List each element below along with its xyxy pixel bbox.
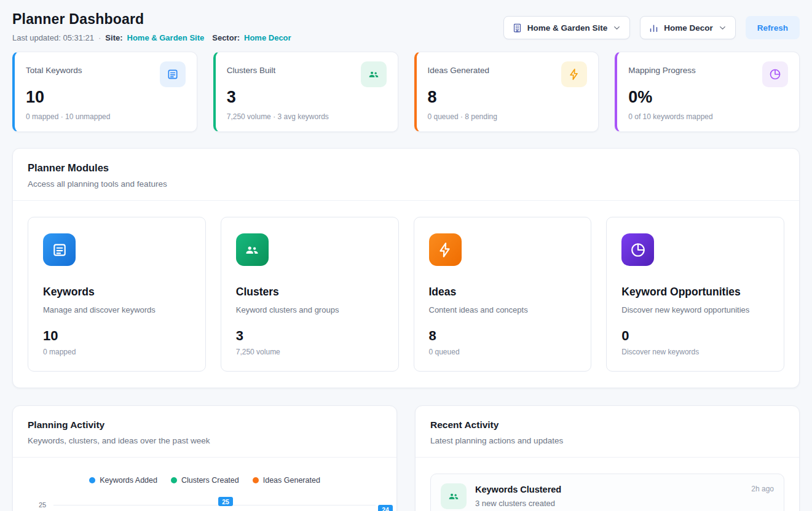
module-title: Keyword Opportunities [621,286,769,298]
bottom-row: Planning Activity Keywords, clusters, an… [12,405,800,511]
modules-subtitle: Access all planning tools and features [28,179,784,189]
orange-dot-icon [253,477,259,483]
legend-label: Ideas Generated [263,476,320,485]
legend-item-clusters-created[interactable]: Clusters Created [171,476,239,485]
legend-item-keywords-added[interactable]: Keywords Added [89,476,157,485]
meta-separator: · [98,33,101,42]
site-link[interactable]: Home & Garden Site [127,33,205,42]
activity-text: Keywords Clustered 3 new clusters create… [475,483,561,508]
module-title: Keywords [43,286,191,298]
module-description: Keyword clusters and groups [236,305,384,314]
topbar-controls: Home & Garden Site Home Decor Refresh [503,16,800,39]
planner-dashboard-page: Planner Dashboard Last updated: 05:31:21… [0,0,812,511]
module-sub: 7,250 volume [236,348,384,356]
chart-legend: Keywords Added Clusters Created Ideas Ge… [25,476,384,485]
bar-chart-icon [648,23,659,33]
people-icon [236,233,269,266]
stat-sub: 0 of 10 keywords mapped [628,112,788,121]
module-title: Clusters [236,286,384,298]
stat-label: Ideas Generated [428,61,490,75]
data-point-label: 25 [218,497,233,506]
pie-chart-icon [621,233,654,266]
page-meta: Last updated: 05:31:21 · Site: Home & Ga… [12,33,291,42]
modules-title: Planner Modules [28,162,784,174]
site-label: Site: [105,33,122,42]
legend-item-ideas-generated[interactable]: Ideas Generated [253,476,320,485]
topbar: Planner Dashboard Last updated: 05:31:21… [12,11,800,42]
building-icon [512,23,522,33]
people-icon [441,483,467,509]
module-card-clusters[interactable]: Clusters Keyword clusters and groups 3 7… [221,217,399,372]
document-icon [43,233,76,266]
y-axis-tick: 25 [39,501,46,509]
lightning-icon [429,233,462,266]
chart-plot-area: 25 25 24 [25,492,384,511]
stat-card-total-keywords: Total Keywords 10 0 mapped · 10 unmapped [12,52,197,132]
last-updated-text: Last updated: 05:31:21 [12,33,94,42]
page-title: Planner Dashboard [12,11,291,28]
module-sub: 0 mapped [43,348,191,356]
site-selector-value: Home & Garden Site [527,23,608,33]
module-value: 10 [43,328,191,344]
stat-label: Mapping Progress [628,61,696,75]
pie-chart-icon [762,61,788,87]
activity-item-keywords-clustered: Keywords Clustered 3 new clusters create… [430,474,784,511]
site-selector-dropdown[interactable]: Home & Garden Site [503,16,631,39]
planning-activity-header: Planning Activity Keywords, clusters, an… [13,406,396,458]
recent-activity-subtitle: Latest planning actions and updates [430,436,784,445]
people-icon [361,61,387,87]
activity-timestamp: 2h ago [751,483,774,493]
activity-description: 3 new clusters created [475,499,561,508]
stats-row: Total Keywords 10 0 mapped · 10 unmapped… [12,52,800,132]
stat-sub: 7,250 volume · 3 avg keywords [227,112,387,121]
chevron-down-icon [612,23,621,33]
modules-grid: Keywords Manage and discover keywords 10… [13,201,799,388]
activity-title: Keywords Clustered [475,485,561,494]
data-point-label: 24 [378,505,393,511]
stat-card-clusters-built: Clusters Built 3 7,250 volume · 3 avg ke… [213,52,398,132]
recent-activity-title: Recent Activity [430,419,784,431]
module-title: Ideas [429,286,577,298]
module-card-keywords[interactable]: Keywords Manage and discover keywords 10… [28,217,206,372]
stat-card-mapping-progress: Mapping Progress 0% 0 of 10 keywords map… [615,52,800,132]
legend-label: Clusters Created [181,476,239,485]
stat-sub: 0 mapped · 10 unmapped [26,112,186,121]
stat-label: Total Keywords [26,61,82,75]
planning-activity-title: Planning Activity [28,419,382,431]
recent-activity-panel: Recent Activity Latest planning actions … [415,405,800,511]
module-sub: Discover new keywords [621,348,769,356]
modules-header: Planner Modules Access all planning tool… [13,149,799,201]
module-value: 8 [429,328,577,344]
blue-dot-icon [89,477,95,483]
green-dot-icon [171,477,177,483]
document-icon [160,61,186,87]
legend-label: Keywords Added [100,476,157,485]
stat-label: Clusters Built [227,61,276,75]
stat-sub: 0 queued · 8 pending [428,112,588,121]
sector-label: Sector: [212,33,240,42]
module-description: Manage and discover keywords [43,305,191,314]
module-card-ideas[interactable]: Ideas Content ideas and concepts 8 0 que… [414,217,592,372]
planning-activity-subtitle: Keywords, clusters, and ideas over the p… [28,436,382,445]
module-value: 0 [621,328,769,344]
planning-activity-chart: Keywords Added Clusters Created Ideas Ge… [13,458,396,511]
planning-activity-panel: Planning Activity Keywords, clusters, an… [12,405,397,511]
lightning-icon [561,61,587,87]
topbar-left: Planner Dashboard Last updated: 05:31:21… [12,11,291,42]
module-description: Content ideas and concepts [429,305,577,314]
stat-value: 10 [26,88,186,107]
sector-selector-value: Home Decor [664,23,713,33]
module-description: Discover new keyword opportunities [621,305,769,314]
stat-value: 3 [227,88,387,107]
stat-value: 8 [428,88,588,107]
activity-list: Keywords Clustered 3 new clusters create… [416,458,799,511]
module-value: 3 [236,328,384,344]
chevron-down-icon [718,23,727,33]
sector-link[interactable]: Home Decor [244,33,291,42]
recent-activity-header: Recent Activity Latest planning actions … [416,406,799,458]
planner-modules-section: Planner Modules Access all planning tool… [12,148,800,388]
module-card-keyword-opportunities[interactable]: Keyword Opportunities Discover new keywo… [606,217,784,372]
stat-card-ideas-generated: Ideas Generated 8 0 queued · 8 pending [414,52,599,132]
refresh-button[interactable]: Refresh [746,16,800,39]
sector-selector-dropdown[interactable]: Home Decor [640,16,736,39]
